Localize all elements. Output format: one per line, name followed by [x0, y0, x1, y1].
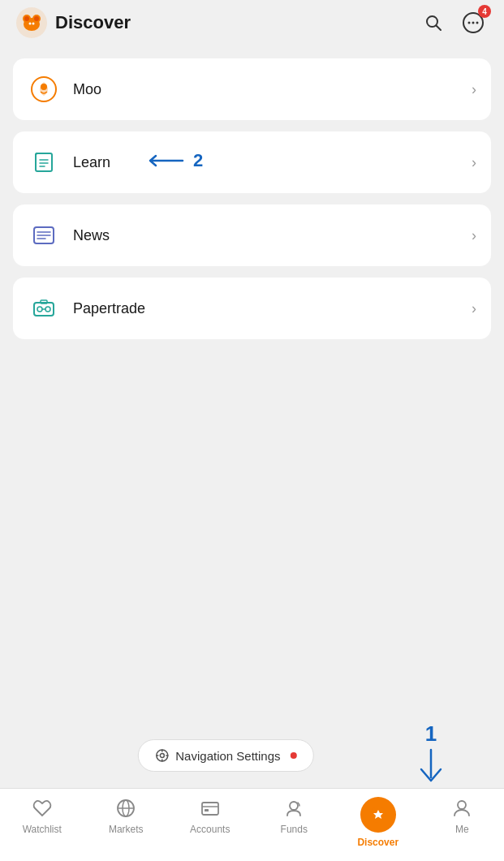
learn-icon	[28, 146, 60, 179]
markets-icon	[114, 797, 137, 820]
nav-item-watchlist[interactable]: Watchlist	[0, 797, 84, 835]
news-menu-item[interactable]: News ›	[13, 204, 491, 266]
discover-label: Discover	[357, 837, 398, 848]
moo-chevron: ›	[472, 81, 476, 98]
moo-icon	[28, 73, 60, 105]
nav-item-funds[interactable]: Funds	[252, 797, 337, 835]
papertrade-menu-item[interactable]: Papertrade ›	[13, 278, 491, 339]
bottom-navigation: Watchlist Markets Accounts	[0, 788, 504, 861]
svg-point-6	[29, 23, 32, 25]
chat-badge: 4	[478, 5, 491, 18]
chat-button[interactable]: 4	[459, 8, 488, 37]
svg-rect-35	[202, 803, 218, 815]
search-icon	[424, 13, 443, 32]
papertrade-chevron: ›	[472, 300, 476, 317]
svg-point-22	[45, 307, 50, 312]
me-label: Me	[455, 824, 469, 835]
svg-point-5	[34, 16, 39, 21]
settings-icon	[154, 748, 169, 763]
moo-label: Moo	[73, 81, 472, 98]
accounts-label: Accounts	[190, 824, 230, 835]
svg-point-21	[37, 307, 42, 312]
markets-label: Markets	[109, 824, 144, 835]
funds-icon	[282, 797, 305, 820]
svg-point-40	[458, 801, 466, 809]
header-left: Discover	[16, 7, 131, 38]
svg-line-9	[437, 26, 442, 31]
header: Discover 4	[0, 0, 504, 45]
moo-menu-item[interactable]: Moo ›	[13, 58, 491, 120]
nav-item-accounts[interactable]: Accounts	[168, 797, 252, 835]
me-icon	[450, 797, 473, 820]
navigation-settings-button[interactable]: Navigation Settings	[137, 739, 313, 772]
learn-menu-item[interactable]: Learn ›	[13, 131, 491, 193]
funds-label: Funds	[281, 824, 308, 835]
svg-point-13	[476, 22, 479, 24]
discover-icon	[360, 797, 396, 833]
papertrade-icon	[28, 292, 60, 325]
nav-item-me[interactable]: Me	[420, 797, 505, 835]
svg-point-26	[160, 754, 164, 758]
svg-point-4	[24, 16, 29, 21]
svg-rect-37	[205, 809, 209, 811]
news-icon	[28, 219, 60, 252]
svg-point-15	[41, 84, 47, 90]
learn-label: Learn	[73, 154, 472, 171]
header-right: 4	[421, 8, 488, 37]
news-chevron: ›	[472, 227, 476, 244]
down-arrow-annotation: 1	[416, 721, 446, 784]
news-label: News	[73, 227, 472, 244]
watchlist-icon	[31, 797, 54, 820]
annotation-arrow-down	[416, 748, 446, 784]
watchlist-label: Watchlist	[23, 824, 62, 835]
nav-item-discover[interactable]: Discover	[336, 797, 420, 848]
annotation-num1: 1	[425, 721, 437, 747]
nav-settings-label: Navigation Settings	[175, 749, 280, 763]
learn-chevron: ›	[472, 154, 476, 171]
nav-item-markets[interactable]: Markets	[84, 797, 169, 835]
app-logo-icon	[16, 7, 47, 38]
page-title: Discover	[55, 12, 131, 33]
papertrade-label: Papertrade	[73, 300, 472, 317]
search-button[interactable]	[421, 11, 446, 35]
svg-point-38	[290, 802, 298, 810]
svg-point-12	[472, 22, 475, 24]
menu-list: Moo › Learn › News ›	[0, 45, 504, 339]
nav-settings-dot	[291, 752, 297, 759]
svg-point-11	[468, 22, 471, 24]
svg-point-7	[32, 23, 35, 25]
accounts-icon	[199, 797, 222, 820]
